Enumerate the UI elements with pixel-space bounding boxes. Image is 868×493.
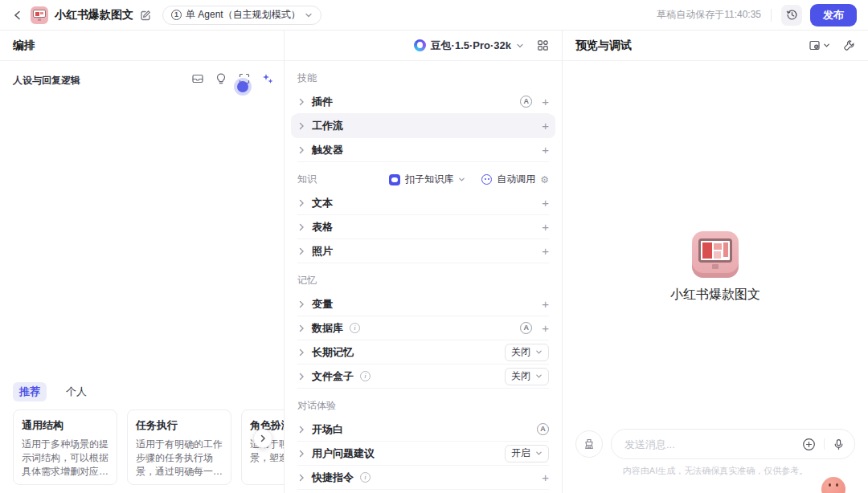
add-table-knowledge-button[interactable]: + [542, 221, 549, 233]
add-trigger-button[interactable]: + [542, 144, 549, 156]
ai-disclaimer: 内容由AI生成，无法确保真实准确，仅供参考。 [563, 465, 868, 477]
add-photo-knowledge-button[interactable]: + [542, 245, 549, 257]
fullscreen-icon[interactable] [238, 72, 251, 85]
config-body: 技能 插件 A + 工作流 + 触发器 + 知识 [285, 61, 562, 493]
next-cards-arrow[interactable] [253, 429, 272, 448]
filebox-select[interactable]: 关闭 [505, 368, 549, 385]
auto-recall-icon [481, 174, 492, 185]
chevron-down-icon [305, 11, 313, 19]
row-longterm-memory[interactable]: 长期记忆 关闭 [297, 340, 549, 365]
preview-title: 预览与调试 [575, 39, 632, 53]
chevron-right-icon [297, 146, 305, 154]
bot-name: 小红书爆款图文 [563, 287, 868, 304]
tab-personal[interactable]: 个人 [59, 382, 93, 401]
chevron-right-icon [297, 300, 305, 308]
row-workflows[interactable]: 工作流 + [291, 114, 555, 138]
row-variables[interactable]: 变量 + [297, 292, 549, 316]
agent-mode-label: 单 Agent（自主规划模式） [186, 8, 301, 22]
voice-mic-icon[interactable] [833, 438, 845, 450]
message-input[interactable] [624, 438, 794, 450]
chevron-right-icon [297, 223, 305, 231]
template-card-task[interactable]: 任务执行 适用于有明确的工作步骤的任务执行场景，通过明确每一步骤的工作要求… [127, 409, 231, 485]
ai-optimize-sparkle-icon[interactable] [261, 72, 274, 85]
row-suggested-questions[interactable]: 用户问题建议 开启 [297, 442, 549, 466]
prompt-template-section: 推荐 个人 通用结构 适用于多种场景的提示词结构，可以根据具体需求增删对应模块 … [0, 382, 284, 493]
chevron-right-icon [297, 199, 305, 207]
agent-mode-selector[interactable]: 1 单 Agent（自主规划模式） [162, 6, 321, 25]
card-desc: 适用于有明确的工作步骤的任务执行场景，通过明确每一步骤的工作要求… [136, 438, 223, 479]
skills-section-title: 技能 [297, 61, 549, 90]
chevron-right-icon [297, 450, 305, 458]
orchestration-panel: 编排 人设与回复逻辑 推荐 [0, 31, 285, 493]
suggested-questions-select[interactable]: 开启 [505, 445, 549, 462]
row-plugins[interactable]: 插件 A + [297, 90, 549, 114]
template-card-general[interactable]: 通用结构 适用于多种场景的提示词结构，可以根据具体需求增删对应模块 [13, 409, 117, 485]
doubao-model-icon [414, 39, 426, 51]
onboarding-hint-dot[interactable] [237, 81, 248, 92]
attach-plus-icon[interactable] [802, 438, 816, 451]
auto-invoke-icon[interactable]: A [520, 96, 532, 108]
add-variable-button[interactable]: + [542, 298, 549, 310]
publish-button[interactable]: 发布 [810, 4, 857, 26]
orchestration-header: 编排 [0, 31, 284, 61]
add-plugin-button[interactable]: + [542, 96, 549, 108]
edit-title-icon[interactable] [140, 10, 151, 21]
chat-input-area [563, 429, 868, 459]
chevron-right-icon [297, 324, 305, 332]
tab-recommended[interactable]: 推荐 [13, 382, 47, 401]
preview-mode-icon[interactable] [809, 39, 830, 51]
model-label: 豆包·1.5·Pro·32k [431, 39, 511, 53]
coze-kb-icon [389, 174, 400, 185]
model-selector[interactable]: 豆包·1.5·Pro·32k [414, 39, 524, 53]
row-database[interactable]: 数据库 i A + [297, 316, 549, 340]
chevron-right-icon [297, 474, 305, 482]
add-workflow-button[interactable]: + [542, 120, 549, 132]
back-icon[interactable] [10, 7, 26, 23]
assistant-mascot[interactable] [821, 477, 845, 493]
longterm-memory-select[interactable]: 关闭 [505, 344, 549, 361]
row-shortcuts[interactable]: 快捷指令 i + [297, 466, 549, 490]
autosave-status: 草稿自动保存于11:40:35 [657, 8, 761, 22]
config-panel: 豆包·1.5·Pro·32k 技能 插件 A + 工作流 + [285, 31, 563, 493]
kb-selector[interactable]: 扣子知识库 [405, 173, 453, 186]
chevron-down-icon [516, 42, 524, 50]
info-icon: i [360, 472, 371, 483]
clear-context-icon[interactable] [575, 430, 603, 458]
version-history-icon[interactable] [781, 5, 802, 26]
card-title: 通用结构 [22, 418, 108, 433]
orchestration-title: 编排 [13, 39, 35, 53]
row-triggers[interactable]: 触发器 + [297, 138, 549, 162]
chevron-right-icon [297, 247, 305, 255]
auto-invoke-icon[interactable]: A [520, 322, 532, 334]
add-database-button[interactable]: + [542, 322, 549, 334]
chevron-down-icon [823, 42, 830, 49]
chevron-right-icon [297, 98, 305, 106]
add-text-knowledge-button[interactable]: + [542, 197, 549, 209]
row-photo-knowledge[interactable]: 照片 + [297, 239, 549, 263]
divider [824, 438, 825, 450]
card-title: 任务执行 [136, 418, 223, 433]
knowledge-section-title: 知识 扣子知识库 自动调用 ⚙ [297, 162, 549, 191]
debug-wrench-icon[interactable] [843, 39, 855, 51]
recall-mode-selector[interactable]: 自动调用 [497, 173, 535, 186]
chevron-down-icon [535, 373, 542, 380]
chevron-right-icon [297, 122, 305, 130]
divider [771, 9, 772, 22]
nl2prompt-icon[interactable] [215, 72, 227, 85]
row-opening-dialog[interactable]: 开场白 A [297, 418, 549, 442]
row-table-knowledge[interactable]: 表格 + [297, 215, 549, 239]
gear-icon[interactable]: ⚙ [540, 174, 549, 185]
message-input-pill [611, 429, 855, 459]
memory-section-title: 记忆 [297, 263, 549, 292]
persona-logic-title: 人设与回复逻辑 [13, 72, 80, 88]
chevron-down-icon [535, 348, 542, 356]
chat-experience-section-title: 对话体验 [297, 389, 549, 418]
layout-config-icon[interactable] [537, 39, 549, 51]
add-shortcut-button[interactable]: + [542, 471, 549, 483]
row-text-knowledge[interactable]: 文本 + [297, 191, 549, 215]
template-cards: 通用结构 适用于多种场景的提示词结构，可以根据具体需求增删对应模块 任务执行 适… [13, 409, 284, 485]
auto-generate-icon[interactable]: A [537, 423, 549, 435]
prompt-library-icon[interactable] [191, 72, 204, 85]
row-filebox[interactable]: 文件盒子 i 关闭 [297, 365, 549, 389]
bot-hero: 小红书爆款图文 [563, 231, 868, 304]
